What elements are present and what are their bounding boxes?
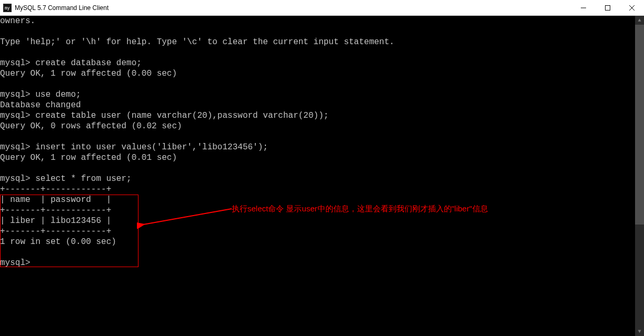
window-titlebar: my MySQL 5.7 Command Line Client [0, 0, 644, 16]
scroll-up-arrow[interactable]: ▲ [635, 16, 644, 25]
app-icon: my [3, 4, 12, 12]
svg-rect-3 [606, 6, 610, 11]
close-button[interactable] [620, 0, 644, 16]
terminal-scrollbar[interactable]: ▲ ▼ [635, 16, 644, 336]
annotation-text: 执行select命令 显示user中的信息，这里会看到我们刚才插入的"liber… [232, 203, 488, 214]
svg-text:my: my [5, 6, 10, 11]
maximize-button[interactable] [596, 0, 620, 16]
terminal-output: owners. Type 'help;' or '\h' for help. T… [0, 16, 394, 268]
scrollbar-thumb[interactable] [635, 25, 644, 225]
terminal[interactable]: owners. Type 'help;' or '\h' for help. T… [0, 16, 644, 336]
window-controls [571, 0, 644, 16]
window-title: MySQL 5.7 Command Line Client [15, 4, 108, 12]
minimize-button[interactable] [571, 0, 596, 16]
scroll-down-arrow[interactable]: ▼ [635, 327, 644, 336]
